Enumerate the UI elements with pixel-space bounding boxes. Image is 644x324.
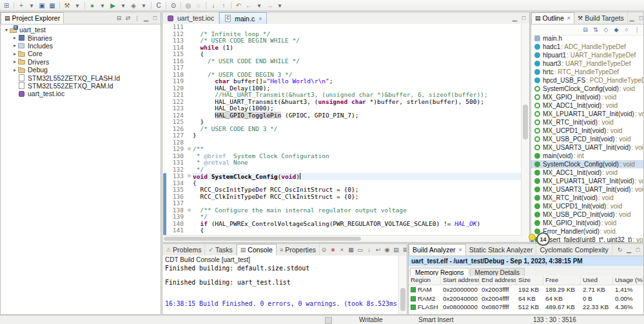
- editor-horizontal-scrollbar[interactable]: [162, 235, 522, 242]
- console-scrollbar[interactable]: [398, 256, 407, 314]
- outline-item-mx-usart3-uart-init-void[interactable]: MX_USART3_UART_Init(void) : void: [531, 185, 643, 194]
- remove-all-launches-icon[interactable]: ▦: [347, 246, 355, 254]
- tab-cyclomatic-complexity[interactable]: Cyclomatic Complexity: [536, 244, 612, 256]
- run-icon[interactable]: ▶: [108, 1, 118, 10]
- column-header-region[interactable]: Region: [409, 276, 441, 285]
- tab-properties[interactable]: ≡Properties: [277, 244, 320, 256]
- outline-item-mx-ucpd1-init-void[interactable]: MX_UCPD1_Init(void) : void: [531, 127, 643, 135]
- vertical-scrollbar-thumb[interactable]: [523, 105, 528, 139]
- outline-item-main-void[interactable]: main(void) : int: [531, 152, 643, 160]
- search-icon[interactable]: ⊙: [168, 1, 179, 10]
- collapse-all-icon[interactable]: ⊟: [581, 26, 590, 34]
- collapsed-arrow-icon[interactable]: ▸: [12, 35, 18, 41]
- collapsed-arrow-icon[interactable]: ▸: [12, 67, 18, 73]
- tree-item-core[interactable]: ▸Core: [1, 50, 161, 57]
- open-console-icon[interactable]: ⊞: [401, 246, 407, 254]
- hide-non-public-members-icon[interactable]: ○: [622, 26, 631, 34]
- editor-vertical-scrollbar[interactable]: [521, 24, 529, 242]
- annotation-ruler[interactable]: [162, 24, 167, 236]
- code-line[interactable]: 128: [167, 139, 522, 147]
- line-number[interactable]: 117: [167, 65, 186, 72]
- new-c-cpp-project-icon[interactable]: C: [153, 1, 164, 10]
- maximize-icon[interactable]: □: [520, 14, 528, 23]
- next-annotation-icon[interactable]: ↓: [208, 1, 219, 10]
- hide-static-members-icon[interactable]: ◆: [612, 26, 621, 34]
- console-scrollbar-thumb[interactable]: [400, 288, 405, 311]
- maximize-icon[interactable]: □: [151, 14, 159, 23]
- code-line[interactable]: 132 */: [167, 167, 522, 174]
- line-number[interactable]: 113: [167, 37, 186, 45]
- tab-static-stack-analyzer[interactable]: Static Stack Analyzer: [466, 244, 537, 256]
- tree-item-debug[interactable]: ▸Debug: [1, 66, 161, 74]
- line-number[interactable]: 133: [167, 173, 186, 180]
- back-icon[interactable]: ←: [244, 1, 254, 10]
- outline-item-main-h[interactable]: main.h: [531, 34, 643, 43]
- maximize-icon[interactable]: □: [637, 14, 644, 23]
- tab-problems[interactable]: ⚠Problems: [162, 244, 205, 256]
- tree-item-includes[interactable]: ▸Includes: [1, 42, 161, 50]
- line-number[interactable]: 137: [167, 200, 186, 207]
- column-header-free[interactable]: Free: [543, 276, 581, 285]
- back-dropdown-icon[interactable]: ▾: [254, 1, 264, 10]
- new-dropdown-icon[interactable]: ▾: [26, 1, 37, 10]
- last-edit-location-icon[interactable]: ↶: [233, 1, 244, 10]
- minimize-icon[interactable]: ▁: [511, 14, 519, 23]
- view-menu-icon[interactable]: ⋮: [632, 26, 641, 34]
- line-number[interactable]: 141: [167, 227, 186, 234]
- notification-badge[interactable]: 14: [536, 232, 550, 246]
- sort-icon[interactable]: ⇅: [591, 26, 600, 34]
- tab-console[interactable]: ▤Console: [237, 244, 277, 256]
- scroll-lock-icon[interactable]: ↓: [365, 246, 373, 254]
- memory-region-row-ram2[interactable]: RAM20x200400000x2004ffff64 KB64 KB0 B0.0…: [409, 294, 643, 303]
- minimize-icon[interactable]: ▁: [625, 246, 633, 254]
- restore-perspective-icon[interactable]: ⊞: [1, 1, 12, 10]
- code-line[interactable]: 127}: [167, 132, 522, 139]
- outline-item-systemclock-config-void[interactable]: SystemClock_Config(void) : void: [531, 85, 643, 93]
- close-tab-icon[interactable]: ×: [259, 15, 262, 22]
- save-all-icon[interactable]: ▦: [47, 1, 57, 10]
- minimize-icon[interactable]: ▁: [142, 14, 150, 23]
- line-number[interactable]: 121: [167, 92, 186, 99]
- column-header-start-address[interactable]: Start address: [441, 276, 480, 285]
- outline-item-hrtc[interactable]: hrtc : RTC_HandleTypeDef: [531, 68, 643, 76]
- fold-marker-icon[interactable]: ⊖: [186, 146, 193, 153]
- fold-marker-icon[interactable]: ⊖: [186, 173, 193, 180]
- tree-item-stm32l552zetxq-ram-ld[interactable]: STM32L552ZETXQ_RAM.ld: [1, 82, 161, 90]
- pin-console-icon[interactable]: ◉: [383, 246, 391, 254]
- column-header-used[interactable]: Used: [581, 276, 613, 285]
- tab-build-targets[interactable]: ⚒Build Targets: [574, 12, 628, 24]
- tree-item-binaries[interactable]: ▸Binaries: [1, 34, 161, 41]
- column-header-size[interactable]: Size: [516, 276, 543, 285]
- code-line[interactable]: 131 * @retval None: [167, 159, 522, 167]
- code-line[interactable]: 126 /* USER CODE END 3 */: [167, 126, 522, 133]
- search-console-icon[interactable]: ⊙: [320, 246, 328, 254]
- tab-project-explorer[interactable]: ▤ Project Explorer: [1, 12, 64, 24]
- build-dropdown-icon[interactable]: ▾: [72, 1, 83, 10]
- display-selected-console-icon[interactable]: ▤: [392, 246, 400, 254]
- line-number[interactable]: 139: [167, 214, 186, 221]
- outline-item-mx-usb-pcd-init-void[interactable]: MX_USB_PCD_Init(void) : void: [531, 135, 643, 143]
- debug-icon[interactable]: ●: [87, 1, 97, 10]
- view-menu-icon[interactable]: ⋮: [133, 14, 141, 23]
- line-number[interactable]: 123: [167, 105, 186, 112]
- hide-fields-icon[interactable]: ◇: [601, 26, 610, 34]
- line-number[interactable]: 125: [167, 119, 186, 126]
- run-dropdown-icon[interactable]: ▾: [118, 1, 128, 10]
- code-line[interactable]: 124 HAL_GPIO_TogglePin (GPIOC, GPIO_PIN_…: [167, 112, 522, 119]
- refresh-icon[interactable]: ↻: [616, 246, 624, 254]
- memory-region-row-ram[interactable]: RAM0x200000000x2003ffff192 KB189.29 KB2.…: [409, 285, 643, 294]
- editor-tab-main-c[interactable]: main.c×: [219, 12, 267, 24]
- code-line[interactable]: 136 RCC_ClkInitTypeDef RCC_ClkInitStruct…: [167, 194, 522, 201]
- collapsed-arrow-icon[interactable]: ▸: [12, 51, 18, 57]
- tree-item-uart-test[interactable]: ▾uart_test: [1, 26, 161, 34]
- memory-region-row-flash[interactable]: FLASH0x080000000x0807ffff512 KB489.67 KB…: [409, 303, 643, 312]
- horizontal-scrollbar-thumb[interactable]: [164, 237, 361, 241]
- word-wrap-icon[interactable]: ↩: [374, 246, 382, 254]
- terminate-icon[interactable]: ■: [329, 246, 337, 254]
- column-header-end-address[interactable]: End address: [480, 276, 516, 285]
- code-line[interactable]: 138⊖ /** Configure the main internal reg…: [167, 207, 522, 214]
- collapsed-arrow-icon[interactable]: ▸: [12, 59, 18, 65]
- code-line[interactable]: 133⊖void SystemClock_Config(void): [167, 173, 522, 180]
- tree-item-drivers[interactable]: ▸Drivers: [1, 58, 161, 66]
- line-number[interactable]: 129: [167, 146, 186, 153]
